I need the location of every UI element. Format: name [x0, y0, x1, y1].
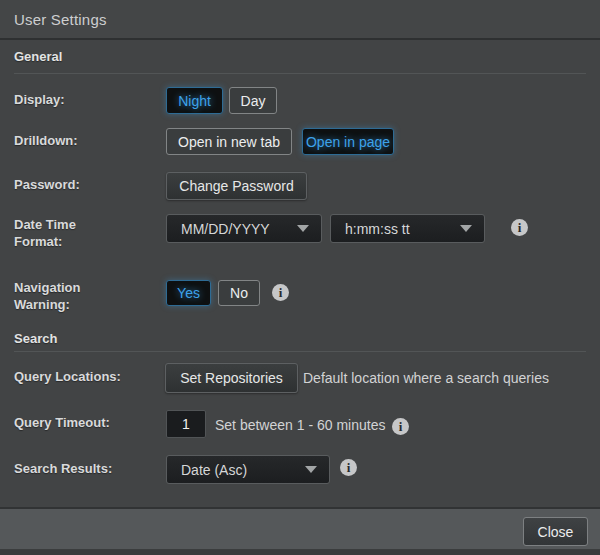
- dialog-bottom-edge: [0, 549, 600, 555]
- set-repositories-button[interactable]: Set Repositories: [165, 363, 298, 393]
- search-results-info-icon[interactable]: i: [340, 459, 357, 476]
- query-timeout-label: Query Timeout:: [14, 414, 144, 431]
- search-results-dropdown[interactable]: Date (Asc): [166, 455, 330, 484]
- date-format-value: MM/DD/YYYY: [181, 221, 270, 237]
- section-divider: [14, 351, 586, 352]
- navigation-warning-yes-button[interactable]: Yes: [166, 280, 211, 306]
- dialog-title: User Settings: [14, 0, 107, 40]
- user-settings-dialog: User Settings General Display: Night Day…: [0, 0, 600, 555]
- navigation-warning-info-icon[interactable]: i: [272, 284, 289, 301]
- navigation-warning-no-button[interactable]: No: [218, 280, 260, 306]
- chevron-down-icon: [305, 466, 317, 473]
- close-button[interactable]: Close: [523, 517, 588, 546]
- dialog-title-bar: User Settings: [0, 0, 600, 40]
- dialog-footer: Close: [0, 507, 600, 549]
- section-heading-search: Search: [14, 331, 57, 346]
- change-password-button[interactable]: Change Password: [166, 172, 307, 200]
- date-time-format-label: Date Time Format:: [14, 216, 144, 250]
- display-label: Display:: [14, 91, 144, 108]
- drilldown-in-page-button[interactable]: Open in page: [302, 128, 394, 155]
- section-divider: [14, 73, 586, 74]
- chevron-down-icon: [297, 225, 309, 232]
- query-locations-hint: Default location where a search queries: [303, 370, 549, 386]
- time-format-dropdown[interactable]: h:mm:ss tt: [330, 214, 485, 243]
- display-day-button[interactable]: Day: [229, 87, 277, 114]
- query-timeout-info-icon[interactable]: i: [392, 418, 409, 435]
- time-format-value: h:mm:ss tt: [345, 221, 410, 237]
- date-time-info-icon[interactable]: i: [511, 219, 528, 236]
- query-timeout-input[interactable]: [166, 410, 206, 438]
- navigation-warning-label: Navigation Warning:: [14, 279, 144, 313]
- search-results-label: Search Results:: [14, 460, 144, 477]
- query-timeout-hint: Set between 1 - 60 minutes: [215, 417, 385, 433]
- search-results-value: Date (Asc): [181, 462, 247, 478]
- date-format-dropdown[interactable]: MM/DD/YYYY: [166, 214, 322, 243]
- section-heading-general: General: [14, 49, 62, 64]
- drilldown-label: Drilldown:: [14, 132, 144, 149]
- password-label: Password:: [14, 176, 144, 193]
- chevron-down-icon: [460, 225, 472, 232]
- display-night-button[interactable]: Night: [166, 87, 223, 114]
- query-locations-label: Query Locations:: [14, 368, 144, 385]
- drilldown-new-tab-button[interactable]: Open in new tab: [166, 128, 292, 155]
